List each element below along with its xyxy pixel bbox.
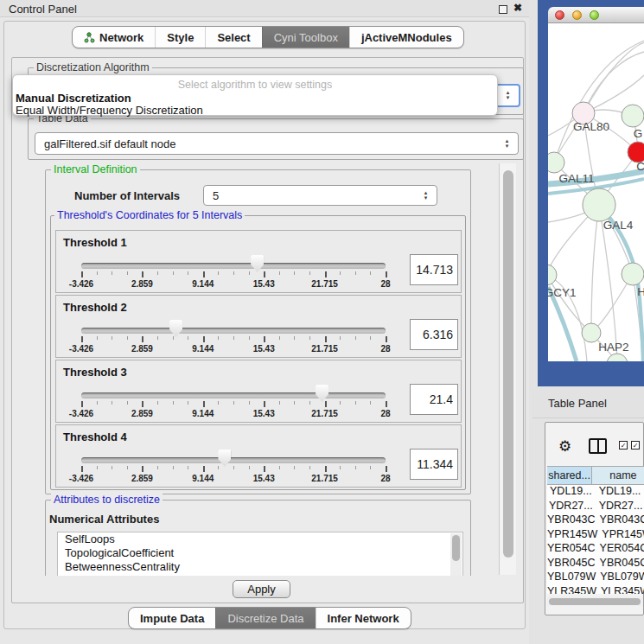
network-node-label: GCY1 <box>548 286 576 299</box>
network-node-gcy1[interactable] <box>548 265 557 285</box>
popup-item-manual-discretization[interactable]: Manual Discretization <box>16 92 131 105</box>
tick-label: 28 <box>380 279 390 289</box>
number-of-intervals-value: 5 <box>204 189 418 202</box>
tick-label: 2.859 <box>131 409 153 418</box>
checkbox-select-icon[interactable] <box>619 441 628 450</box>
threshold-value-field[interactable]: 11.344 <box>410 449 458 480</box>
control-panel-titlebar: Control Panel <box>0 0 529 17</box>
table-row[interactable]: YBR045CYBR045C <box>547 557 644 571</box>
cell-shared-name: YLR345W <box>547 585 596 595</box>
bottom-tab-infer-network[interactable]: Infer Network <box>316 608 411 628</box>
scrollbar-thumb[interactable] <box>503 170 513 558</box>
number-of-intervals-label: Number of Intervals <box>74 189 180 202</box>
cell-name: YLR345W <box>596 585 644 595</box>
slider-track[interactable] <box>81 263 386 269</box>
table-row[interactable]: YBR043CYBR043C <box>547 513 644 528</box>
cell-shared-name: YER054C <box>547 542 596 557</box>
tab-label: Style <box>167 31 194 44</box>
table-row[interactable]: YER054CYER054C <box>547 542 644 557</box>
checkbox-select-icon[interactable] <box>631 441 640 450</box>
slider-track[interactable] <box>81 392 386 399</box>
attribute-list-item[interactable]: SelfLoops <box>58 532 462 546</box>
attribute-list-item[interactable]: BetweennessCentrality <box>58 560 462 574</box>
network-node-hap2[interactable] <box>582 323 601 342</box>
table-row[interactable]: YDR27...YDR27... <box>547 500 644 514</box>
tab-network[interactable]: Network <box>73 27 155 48</box>
slider-thumb[interactable] <box>169 320 182 337</box>
slider-ticks <box>56 401 461 408</box>
cell-name: YBR045C <box>596 557 644 571</box>
table-data-combobox[interactable]: galFiltered.sif default node <box>35 132 519 155</box>
tab-cyni-toolbox[interactable]: Cyni Toolbox <box>262 27 349 48</box>
spinner-arrows-icon <box>418 188 433 203</box>
column-header-name[interactable]: name <box>592 467 644 484</box>
bottom-tab-impute-data[interactable]: Impute Data <box>129 608 215 628</box>
tick-label: 28 <box>380 474 390 483</box>
network-edge[interactable] <box>583 42 644 113</box>
network-node-gal11[interactable] <box>548 152 564 173</box>
tab-select[interactable]: Select <box>205 27 261 48</box>
table-data-combobox-value: galFiltered.sif default node <box>35 137 500 150</box>
slider-thumb[interactable] <box>316 385 328 402</box>
tick-label: 28 <box>380 344 390 354</box>
scrollbar-thumb[interactable] <box>452 535 460 561</box>
control-panel-tabbar: NetworkStyleSelectCyni ToolboxjActiveMNo… <box>72 26 464 48</box>
tab-jactivemnodules[interactable]: jActiveMNodules <box>349 27 463 48</box>
numerical-attributes-list[interactable]: SelfLoopsTopologicalCoefficientBetweenne… <box>57 532 463 576</box>
tab-style[interactable]: Style <box>155 27 205 48</box>
tab-label: jActiveMNodules <box>361 31 452 44</box>
cell-shared-name: YBR045C <box>547 557 596 571</box>
mac-close-icon[interactable] <box>555 10 564 20</box>
slider-thumb[interactable] <box>251 255 264 272</box>
threshold-value-field[interactable]: 14.713 <box>410 254 458 285</box>
threshold-label: Threshold 1 <box>63 236 127 249</box>
attribute-list-scrollbar[interactable] <box>450 533 462 576</box>
slider-track[interactable] <box>81 457 386 463</box>
threshold-value-field[interactable]: 21.4 <box>410 384 458 415</box>
gear-icon[interactable] <box>558 437 571 456</box>
network-node[interactable] <box>607 354 628 361</box>
mac-minimize-icon[interactable] <box>572 10 582 20</box>
threshold-value-field[interactable]: 6.316 <box>410 319 458 350</box>
network-edge[interactable] <box>554 41 644 163</box>
network-node-label: C <box>636 160 644 173</box>
close-icon[interactable] <box>513 2 522 14</box>
tab-label: Select <box>217 31 250 44</box>
table-header-row: shared... name <box>547 466 644 485</box>
float-window-icon[interactable] <box>499 5 507 14</box>
tick-label: -3.426 <box>69 279 93 289</box>
table-row[interactable]: YBL079WYBL079W <box>547 571 644 585</box>
table-row[interactable]: YPR145WYPR145W <box>547 528 644 543</box>
table-horizontal-scrollbar[interactable] <box>547 596 643 606</box>
tick-label: -3.426 <box>69 474 93 483</box>
popup-item-equal-width-frequency[interactable]: Equal Width/Frequency Discretization <box>16 104 203 117</box>
table-row[interactable]: YLR345WYLR345W <box>547 585 644 595</box>
bottom-tab-discretize-data[interactable]: Discretize Data <box>215 608 315 628</box>
network-node-gal4[interactable] <box>583 188 615 221</box>
slider-thumb[interactable] <box>218 450 231 467</box>
table-data-group: Table Data galFiltered.sif default node <box>28 118 524 160</box>
scrollbar-thumb[interactable] <box>549 598 641 605</box>
tick-label: 21.715 <box>311 409 338 418</box>
attribute-list-item[interactable]: TopologicalCoefficient <box>58 546 462 560</box>
network-icon <box>84 32 95 43</box>
threshold-coordinates-group: Threshold's Coordinates for 5 Intervals … <box>50 215 466 490</box>
network-node-g[interactable] <box>622 105 644 127</box>
settings-vertical-scrollbar[interactable] <box>499 163 516 575</box>
split-table-icon[interactable] <box>589 438 607 454</box>
threshold-label: Threshold 3 <box>63 366 127 379</box>
bottom-tabbar: Impute DataDiscretize DataInfer Network <box>128 607 411 629</box>
number-of-intervals-spinner[interactable]: 5 <box>203 185 437 206</box>
network-edge[interactable] <box>591 205 599 333</box>
column-header-shared-name[interactable]: shared... <box>547 467 592 484</box>
network-node-label: GAL80 <box>573 120 609 133</box>
network-canvas[interactable]: GAL80GCGAL11GAL4GCY1HHAP2 <box>548 23 644 361</box>
slider-ticks <box>56 336 461 343</box>
mac-zoom-icon[interactable] <box>590 10 599 20</box>
slider-track[interactable] <box>81 328 386 334</box>
network-window-titlebar <box>548 7 644 23</box>
network-node-h[interactable] <box>622 263 644 285</box>
table-row[interactable]: YDL19...YDL19... <box>547 485 644 500</box>
apply-button[interactable]: Apply <box>233 580 290 598</box>
cell-name: YER054C <box>596 542 644 557</box>
